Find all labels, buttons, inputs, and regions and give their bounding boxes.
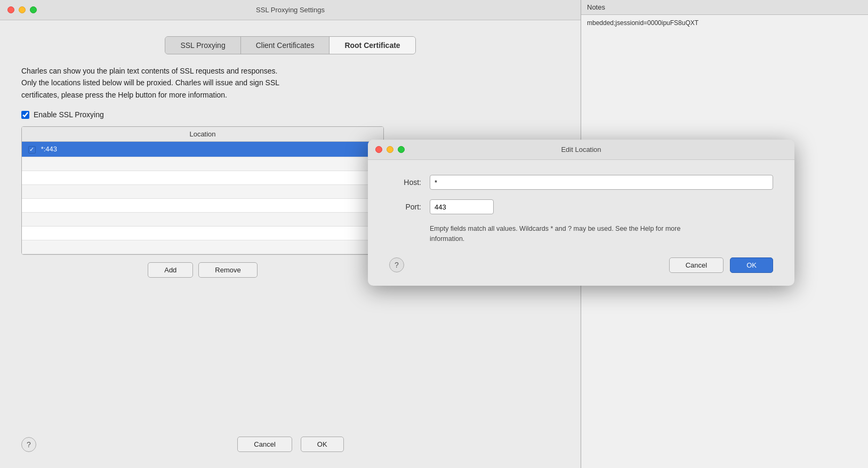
table-empty-row-1 [22, 157, 383, 171]
dialog-cancel-button[interactable]: Cancel [669, 257, 724, 273]
notes-header: Notes [581, 0, 868, 15]
dialog-title: Edit Location [561, 146, 601, 154]
table-empty-row-5 [22, 212, 383, 226]
tabs-container: SSL Proxying Client Certificates Root Ce… [21, 36, 559, 54]
dialog-maximize-button[interactable] [398, 146, 405, 153]
table-empty-row-3 [22, 184, 383, 198]
notes-content: mbedded;jsessionid=0000ipuFS8uQXT [581, 15, 868, 31]
table-empty-row-2 [22, 171, 383, 184]
host-label: Host: [389, 178, 421, 187]
port-row: Port: [389, 199, 773, 214]
enable-ssl-checkbox[interactable] [21, 111, 29, 119]
main-traffic-lights [7, 6, 37, 13]
enable-ssl-label: Enable SSL Proxying [34, 110, 104, 119]
main-titlebar: SSL Proxying Settings [0, 0, 581, 20]
close-button[interactable] [7, 6, 14, 13]
port-label: Port: [389, 203, 421, 211]
dialog-minimize-button[interactable] [387, 146, 393, 153]
location-value: *:443 [41, 145, 57, 153]
table-cell-location: *:443 [22, 142, 383, 157]
hint-text: Empty fields match all values. Wildcards… [430, 224, 773, 245]
table-row[interactable]: *:443 [22, 142, 383, 157]
ok-button[interactable]: OK [301, 437, 344, 452]
help-circle-button[interactable]: ? [21, 437, 36, 452]
dialog-traffic-lights [375, 146, 405, 153]
main-window-title: SSL Proxying Settings [256, 6, 325, 14]
add-button[interactable]: Add [148, 262, 193, 278]
location-table: Location *:443 [22, 127, 383, 254]
dialog-help-button[interactable]: ? [389, 257, 404, 272]
location-column-header: Location [22, 127, 383, 142]
location-table-wrapper: Location *:443 [21, 126, 384, 255]
dialog-close-button[interactable] [375, 146, 382, 153]
host-row: Host: [389, 175, 773, 190]
cancel-button[interactable]: Cancel [237, 437, 292, 452]
edit-location-dialog: Edit Location Host: Port: Empty fields m… [368, 140, 794, 286]
description-text: Charles can show you the plain text cont… [21, 65, 384, 101]
table-buttons: Add Remove [21, 262, 384, 278]
tab-ssl-proxying[interactable]: SSL Proxying [165, 37, 240, 54]
maximize-button[interactable] [30, 6, 37, 13]
tab-root-certificate[interactable]: Root Certificate [329, 37, 415, 54]
table-empty-row-7 [22, 240, 383, 254]
row-checkbox-icon [28, 146, 36, 154]
dialog-buttons: ? Cancel OK [389, 257, 773, 273]
enable-ssl-row: Enable SSL Proxying [21, 110, 559, 119]
remove-button[interactable]: Remove [198, 262, 257, 278]
tab-client-certificates[interactable]: Client Certificates [241, 37, 330, 54]
table-header-row: Location [22, 127, 383, 142]
table-empty-row-6 [22, 226, 383, 240]
port-input[interactable] [430, 199, 494, 214]
host-input[interactable] [430, 175, 773, 190]
bottom-bar: ? Cancel OK [0, 437, 581, 452]
dialog-body: Host: Port: Empty fields match all value… [368, 160, 794, 286]
dialog-ok-button[interactable]: OK [730, 257, 773, 273]
table-empty-row-4 [22, 198, 383, 212]
dialog-titlebar: Edit Location [368, 140, 794, 160]
minimize-button[interactable] [19, 6, 26, 13]
tab-group: SSL Proxying Client Certificates Root Ce… [165, 36, 415, 54]
